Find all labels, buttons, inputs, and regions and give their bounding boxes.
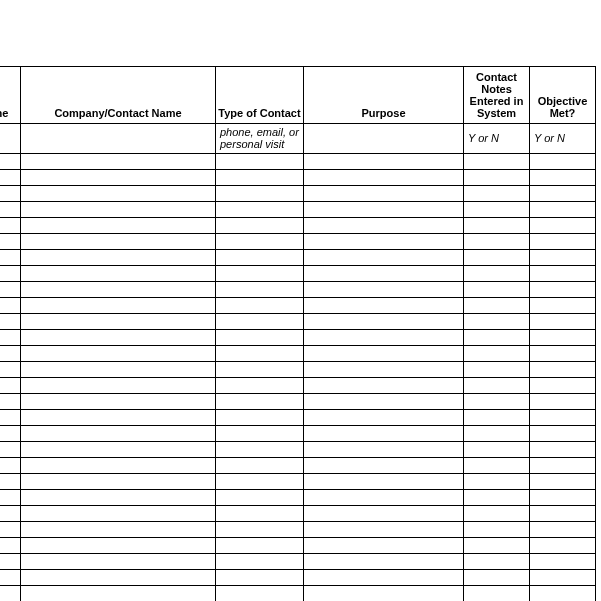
cell <box>0 489 21 505</box>
cell <box>0 185 21 201</box>
subheader-company-contact <box>21 124 216 153</box>
header-type-of-contact: Type of Contact <box>216 67 304 124</box>
table-row <box>0 217 596 233</box>
subheader-row: phone, email, or personal visit Y or N Y… <box>0 124 596 153</box>
header-row: me Company/Contact Name Type of Contact … <box>0 67 596 124</box>
cell <box>530 265 596 281</box>
table-row <box>0 585 596 601</box>
cell <box>464 425 530 441</box>
cell <box>21 457 216 473</box>
subheader-type-of-contact: phone, email, or personal visit <box>216 124 304 153</box>
cell <box>304 409 464 425</box>
cell <box>530 377 596 393</box>
cell <box>21 489 216 505</box>
table-row <box>0 297 596 313</box>
cell <box>0 537 21 553</box>
cell <box>216 537 304 553</box>
cell <box>304 185 464 201</box>
cell <box>464 185 530 201</box>
cell <box>464 361 530 377</box>
table-row <box>0 313 596 329</box>
cell <box>216 393 304 409</box>
cell <box>0 409 21 425</box>
cell <box>0 473 21 489</box>
cell <box>216 361 304 377</box>
cell <box>0 345 21 361</box>
cell <box>530 489 596 505</box>
cell <box>464 297 530 313</box>
table-row <box>0 569 596 585</box>
cell <box>530 249 596 265</box>
cell <box>464 521 530 537</box>
cell <box>530 361 596 377</box>
cell <box>21 169 216 185</box>
cell <box>530 537 596 553</box>
cell <box>21 233 216 249</box>
header-objective-met: Objective Met? <box>530 67 596 124</box>
cell <box>304 537 464 553</box>
cell <box>464 441 530 457</box>
cell <box>530 169 596 185</box>
cell <box>21 249 216 265</box>
cell <box>464 217 530 233</box>
cell <box>0 457 21 473</box>
cell <box>464 537 530 553</box>
cell <box>464 169 530 185</box>
cell <box>21 409 216 425</box>
cell <box>530 585 596 601</box>
cell <box>0 441 21 457</box>
cell <box>530 441 596 457</box>
cell <box>21 505 216 521</box>
cell <box>464 553 530 569</box>
cell <box>530 345 596 361</box>
cell <box>530 505 596 521</box>
cell <box>21 265 216 281</box>
cell <box>0 505 21 521</box>
cell <box>216 313 304 329</box>
cell <box>21 473 216 489</box>
header-company-contact: Company/Contact Name <box>21 67 216 124</box>
cell <box>304 473 464 489</box>
cell <box>216 441 304 457</box>
cell <box>464 393 530 409</box>
cell <box>216 505 304 521</box>
cell <box>304 457 464 473</box>
cell <box>304 313 464 329</box>
cell <box>530 425 596 441</box>
cell <box>464 153 530 169</box>
cell <box>216 329 304 345</box>
cell <box>216 249 304 265</box>
cell <box>464 457 530 473</box>
table-row <box>0 441 596 457</box>
cell <box>0 297 21 313</box>
table-row <box>0 457 596 473</box>
cell <box>216 153 304 169</box>
cell <box>304 153 464 169</box>
cell <box>304 441 464 457</box>
table-row <box>0 185 596 201</box>
cell <box>530 217 596 233</box>
table-row <box>0 345 596 361</box>
cell <box>304 553 464 569</box>
cell <box>530 409 596 425</box>
cell <box>530 569 596 585</box>
table-row <box>0 249 596 265</box>
cell <box>530 329 596 345</box>
cell <box>530 233 596 249</box>
cell <box>530 473 596 489</box>
cell <box>464 505 530 521</box>
table-row <box>0 521 596 537</box>
table-row <box>0 425 596 441</box>
cell <box>464 329 530 345</box>
table-row <box>0 489 596 505</box>
cell <box>21 297 216 313</box>
cell <box>216 185 304 201</box>
cell <box>21 281 216 297</box>
cell <box>304 361 464 377</box>
table-row <box>0 329 596 345</box>
cell <box>216 457 304 473</box>
cell <box>0 233 21 249</box>
table-row <box>0 377 596 393</box>
cell <box>304 345 464 361</box>
cell <box>0 329 21 345</box>
